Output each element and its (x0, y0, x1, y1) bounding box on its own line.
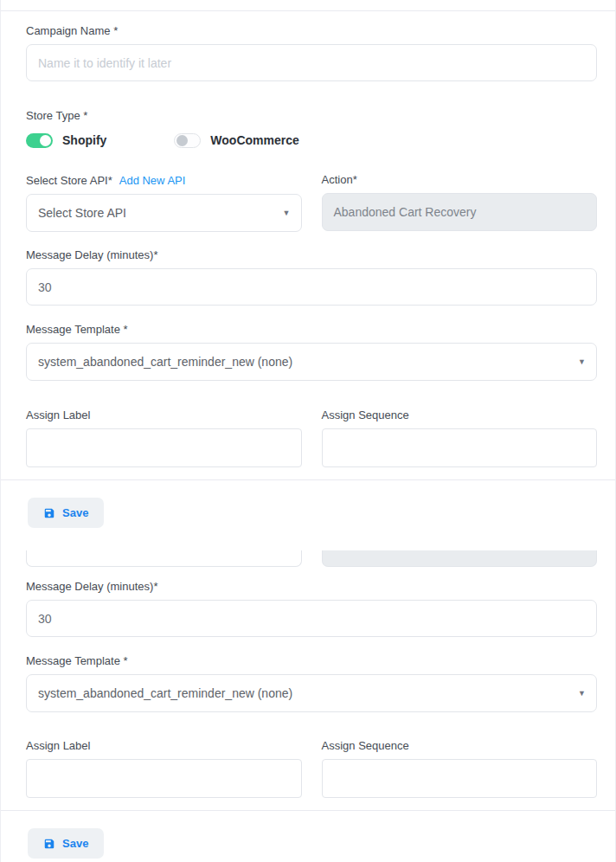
save-button-label: Save (62, 506, 88, 519)
shopify-toggle[interactable] (26, 133, 53, 148)
message-template-select[interactable]: system_abandoned_cart_reminder_new (none… (26, 343, 597, 381)
chevron-down-icon: ▼ (283, 209, 291, 217)
message-template-label: Message Template * (26, 655, 597, 667)
message-delay-input[interactable] (26, 268, 597, 306)
add-new-api-link[interactable]: Add New API (119, 174, 186, 187)
store-type-label: Store Type * (26, 110, 597, 122)
message-delay-label: Message Delay (minutes)* (26, 581, 597, 593)
save-button-label: Save (62, 837, 88, 850)
action-input-value: Abandoned Cart Recovery (334, 205, 477, 219)
chevron-down-icon: ▼ (578, 358, 586, 366)
assign-sequence-input[interactable] (322, 428, 598, 467)
assign-label-label: Assign Label (26, 740, 302, 752)
woocommerce-toggle-label: WooCommerce (210, 133, 298, 147)
campaign-form-1: Campaign Name * Store Type * Shopify Woo… (1, 25, 615, 862)
assign-sequence-label: Assign Sequence (322, 409, 598, 421)
campaign-name-label: Campaign Name * (26, 25, 597, 37)
campaign-form-2: Message Delay (minutes)* Message Templat… (26, 550, 597, 862)
assign-label-label: Assign Label (26, 409, 302, 421)
store-type-toggles: Shopify WooCommerce (26, 132, 597, 148)
clipped-store-api-select[interactable] (26, 550, 302, 567)
campaign-name-input[interactable] (26, 44, 597, 81)
save-icon (43, 507, 55, 519)
store-api-select-value: Select Store API (38, 206, 126, 220)
message-template-select-value: system_abandoned_cart_reminder_new (none… (38, 686, 292, 700)
form-2-footer: Save (26, 811, 597, 862)
store-api-select[interactable]: Select Store API ▼ (26, 194, 302, 232)
campaign-form-page: Campaign Name * Store Type * Shopify Woo… (0, 0, 616, 862)
top-divider (1, 0, 615, 11)
message-template-select-value: system_abandoned_cart_reminder_new (none… (38, 355, 292, 369)
clipped-action-input (322, 550, 598, 567)
action-label: Action* (322, 174, 598, 186)
woocommerce-toggle[interactable] (174, 133, 201, 148)
woocommerce-toggle-group: WooCommerce (174, 133, 298, 148)
message-template-select-2[interactable]: system_abandoned_cart_reminder_new (none… (26, 674, 597, 712)
toggle-knob (176, 135, 188, 146)
toggle-knob (40, 135, 51, 146)
assign-label-input[interactable] (26, 428, 302, 467)
action-input: Abandoned Cart Recovery (322, 193, 598, 231)
assign-sequence-input-2[interactable] (322, 759, 598, 798)
save-button-2[interactable]: Save (28, 828, 104, 859)
assign-sequence-label: Assign Sequence (322, 740, 598, 752)
form-1-footer: Save (26, 480, 597, 539)
message-template-label: Message Template * (26, 324, 597, 336)
message-delay-input-2[interactable] (26, 600, 597, 637)
chevron-down-icon: ▼ (578, 690, 586, 698)
save-button[interactable]: Save (28, 498, 104, 528)
message-delay-label: Message Delay (minutes)* (26, 249, 597, 261)
store-api-label: Select Store API* (26, 175, 112, 187)
shopify-toggle-group: Shopify (26, 133, 106, 148)
save-icon (43, 838, 55, 850)
assign-label-input-2[interactable] (26, 759, 302, 798)
shopify-toggle-label: Shopify (62, 133, 106, 147)
clipped-select-row (26, 550, 597, 567)
